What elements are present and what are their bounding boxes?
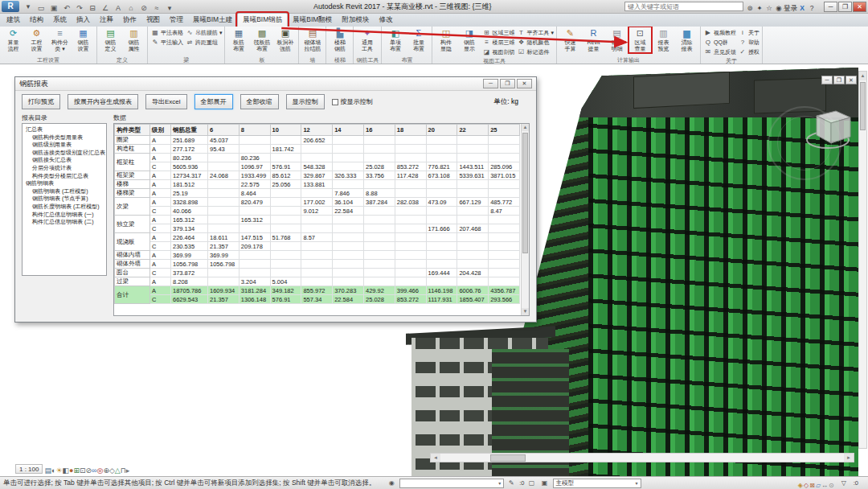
viewcube[interactable] xyxy=(805,101,857,153)
dialog-maximize-button[interactable]: ❐ xyxy=(500,79,515,88)
text-icon[interactable]: A xyxy=(113,3,124,14)
minimize-button[interactable]: ─ xyxy=(824,2,837,12)
sun-path-icon[interactable]: ☀ xyxy=(55,466,62,475)
report-button-打印预览[interactable]: 打印预览 xyxy=(22,94,60,109)
favorites-icon[interactable]: ☆ xyxy=(764,3,774,13)
report-catalog-tree[interactable]: 汇总表钢筋构件类型用量表钢筋级别用量表钢筋连接类型级别直径汇总表钢筋接头汇总表分… xyxy=(22,123,107,276)
dialog-minimize-button[interactable]: ─ xyxy=(483,79,498,88)
display-control-checkbox[interactable]: 按显示控制 xyxy=(332,97,373,106)
search-input[interactable] xyxy=(624,2,743,11)
ribbon-button-Revit提量[interactable]: RRevit 提量 xyxy=(583,27,604,52)
ribbon-button-视频教程[interactable]: ▶视频教程 xyxy=(703,28,736,38)
view-restore-button[interactable]: ❐ xyxy=(833,76,845,84)
ribbon-button-算量流程[interactable]: ⟳算量 流程 xyxy=(2,27,24,52)
tab-附加模块[interactable]: 附加模块 xyxy=(337,14,374,27)
report-button-显示控制[interactable]: 显示控制 xyxy=(286,94,325,109)
workset-selector[interactable]: ▾ xyxy=(399,479,504,488)
report-button-按展开内容生成报表[interactable]: 按展开内容生成报表 xyxy=(68,94,138,109)
default-3d-view-icon[interactable]: ⌂ xyxy=(125,3,137,14)
tab-建筑[interactable]: 建筑 xyxy=(2,14,25,27)
ribbon-button-关于[interactable]: i关于 xyxy=(738,28,760,38)
tree-item-构件类型分楼层汇总表[interactable]: 构件类型分楼层汇总表 xyxy=(24,172,106,180)
checkbox-icon[interactable] xyxy=(332,99,338,105)
section-icon[interactable]: ⊘ xyxy=(138,3,149,14)
ribbon-button-板筋布置[interactable]: ▦板筋 布置 xyxy=(227,27,249,52)
dialog-close-button[interactable]: ✕ xyxy=(517,79,532,88)
detail-level-icon[interactable]: ▤ xyxy=(44,466,51,475)
tab-晨曦BIM钢筋[interactable]: 晨曦BIM钢筋 xyxy=(237,13,288,27)
filter-icon[interactable]: ▽ xyxy=(839,479,849,487)
dialog-title-bar[interactable]: 钢筋报表 ─❐✕ xyxy=(15,77,536,91)
tree-item-构件汇总信息明细表 (一)[interactable]: 构件汇总信息明细表 (一) xyxy=(24,211,106,219)
tree-item-钢筋明细表 (节点手算)[interactable]: 钢筋明细表 (节点手算) xyxy=(24,195,106,203)
help-icon[interactable]: ? xyxy=(807,3,817,13)
tab-晨曦BIM翻模[interactable]: 晨曦BIM翻模 xyxy=(288,14,337,27)
expand-icon[interactable]: ▸ xyxy=(126,466,130,475)
worksharing-display-icon[interactable]: ⊕ xyxy=(103,466,109,475)
ribbon-button-吊筋腰筋[interactable]: ∿吊筋腰筋 ▾ xyxy=(185,28,222,38)
report-button-全部展开[interactable]: 全部展开 xyxy=(194,94,233,109)
tree-item-钢筋连接类型级别直径汇总表[interactable]: 钢筋连接类型级别直径汇总表 xyxy=(24,149,106,157)
ribbon-button-楼梯钢筋[interactable]: ▙楼梯 钢筋 xyxy=(329,27,350,52)
search-icon[interactable]: ⊚ xyxy=(745,3,755,13)
ribbon-button-清除报表[interactable]: ▆清除 报表 xyxy=(676,27,698,52)
tab-结构[interactable]: 结构 xyxy=(25,14,48,27)
tree-item-钢筋接头汇总表[interactable]: 钢筋接头汇总表 xyxy=(24,156,106,164)
tab-修改[interactable]: 修改 xyxy=(374,14,397,27)
background-process-icon[interactable]: ⊙ xyxy=(829,482,834,489)
tree-item-钢筋明细表 (工程模型)[interactable]: 钢筋明细表 (工程模型) xyxy=(24,187,106,195)
constraints-icon[interactable]: ⊓ xyxy=(121,466,126,475)
login-label[interactable]: 登录 xyxy=(784,4,797,12)
report-button-导出Excel[interactable]: 导出Excel xyxy=(145,94,187,109)
select-links-icon[interactable]: ◈ xyxy=(798,482,803,489)
undo-icon[interactable]: ↶ xyxy=(61,3,72,14)
ribbon-button-单项布置[interactable]: ◧单项 布置 xyxy=(384,27,406,52)
account-icon[interactable]: ◉ xyxy=(774,3,784,13)
ribbon-button-视图剖切[interactable]: ◪视图剖切 xyxy=(481,47,514,57)
tree-item-钢筋长度明细表 (工程模型)[interactable]: 钢筋长度明细表 (工程模型) xyxy=(24,203,106,211)
ribbon-button-批量布置[interactable]: Σ批量 布置 xyxy=(407,27,429,52)
tree-item-钢筋明细表[interactable]: 钢筋明细表 xyxy=(24,179,106,187)
ribbon-button-钢筋属性[interactable]: ▥钢筋 属性 xyxy=(123,27,145,52)
ribbon-button-钢筋设置[interactable]: ▦钢筋 设置 xyxy=(72,27,94,52)
ribbon-button-砌体墙拉结筋[interactable]: ▤砌体墙 拉结筋 xyxy=(301,27,323,52)
crop-view-icon[interactable]: ⊞ xyxy=(73,466,80,475)
ribbon-button-区域查量[interactable]: ⊡区域 查量 xyxy=(629,27,651,52)
customize-qat-icon[interactable]: ▾ xyxy=(164,3,175,14)
ribbon-button-区域三维[interactable]: ⊞区域三维 xyxy=(481,28,514,38)
open-file-icon[interactable]: ▭ xyxy=(35,3,47,14)
ribbon-button-随机颜色[interactable]: ❖随机颜色 xyxy=(516,38,553,47)
ribbon-button-构件显隐[interactable]: ◫构件 显隐 xyxy=(435,27,457,52)
application-menu-button[interactable]: R xyxy=(2,1,19,12)
thin-lines-icon[interactable]: ≈ xyxy=(151,3,162,14)
ribbon-button-筏板筋布置[interactable]: ▩筏板筋 布置 xyxy=(251,27,272,52)
redo-icon[interactable]: ↷ xyxy=(74,3,85,14)
select-by-face-icon[interactable]: ▱ xyxy=(816,482,821,489)
tree-item-汇总表[interactable]: 汇总表 xyxy=(24,125,106,134)
tree-item-钢筋构件类型用量表[interactable]: 钢筋构件类型用量表 xyxy=(24,134,106,142)
shadows-icon[interactable]: ◧ xyxy=(63,466,70,475)
ribbon-button-板洞补强筋[interactable]: ▣板洞补 强筋 xyxy=(274,27,296,52)
locked-3d-view-icon[interactable]: ⊘ xyxy=(86,466,92,475)
tree-item-分层分项统计表[interactable]: 分层分项统计表 xyxy=(24,164,106,172)
tab-系统[interactable]: 系统 xyxy=(48,14,72,27)
worksets-icon[interactable]: ◉ xyxy=(387,479,396,487)
ribbon-button-通用工具[interactable]: ✦通用 工具 xyxy=(356,27,378,52)
measure-icon[interactable]: ∠ xyxy=(100,3,111,14)
ribbon-button-钢筋定义[interactable]: ▤钢筋 定义 xyxy=(100,27,121,52)
view-minimize-button[interactable]: ─ xyxy=(821,76,833,84)
show-crop-region-icon[interactable]: ⊡ xyxy=(80,466,86,475)
ribbon-button-楼层三维[interactable]: ≡楼层三维 xyxy=(481,38,514,47)
select-underlay-icon[interactable]: ◇ xyxy=(804,482,809,489)
ribbon-button-授权[interactable]: ✓授权 xyxy=(738,47,760,57)
temporary-view-properties-icon[interactable]: ◇ xyxy=(109,466,115,475)
tab-协作[interactable]: 协作 xyxy=(118,14,141,27)
tab-视图[interactable]: 视图 xyxy=(141,14,165,27)
active-option-icon[interactable]: ▣ xyxy=(540,479,550,487)
ribbon-button-钢筋明细[interactable]: ▤钢筋 明细 xyxy=(606,27,628,52)
tree-item-钢筋级别用量表[interactable]: 钢筋级别用量表 xyxy=(24,141,106,149)
tab-管理[interactable]: 管理 xyxy=(165,14,188,27)
quick-access-caret-icon[interactable]: ▾ xyxy=(23,2,34,12)
analytical-model-icon[interactable]: △ xyxy=(115,466,121,475)
report-button-全部收缩[interactable]: 全部收缩 xyxy=(240,94,279,109)
